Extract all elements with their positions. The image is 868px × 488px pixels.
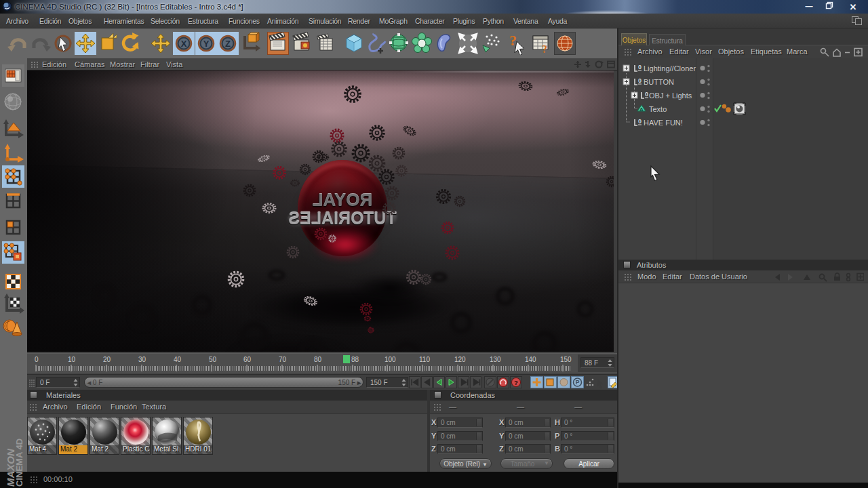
svg-text:?: ? — [542, 43, 547, 55]
svg-text:120: 120 — [454, 356, 466, 363]
svg-text:0: 0 — [638, 64, 642, 70]
svg-text:88: 88 — [351, 356, 359, 363]
svg-text:50: 50 — [209, 356, 217, 363]
svg-text:X: X — [181, 39, 187, 49]
svg-text:150: 150 — [560, 356, 572, 363]
svg-text:30: 30 — [138, 356, 146, 363]
svg-text:Z: Z — [225, 39, 231, 49]
svg-text:BUTTON: BUTTON — [644, 78, 674, 86]
svg-text:Lighting//Cloner: Lighting//Cloner — [644, 64, 696, 73]
svg-text:?: ? — [514, 379, 518, 386]
svg-text:40: 40 — [174, 356, 182, 363]
svg-text:0: 0 — [638, 118, 642, 125]
svg-text:A: A — [639, 106, 644, 113]
svg-text:20: 20 — [103, 356, 111, 363]
svg-text:100: 100 — [384, 356, 396, 363]
svg-text:70: 70 — [279, 356, 287, 363]
svg-text:Texto: Texto — [649, 105, 667, 113]
svg-text:10: 10 — [68, 356, 76, 363]
svg-text:OBJ + Lights: OBJ + Lights — [649, 92, 692, 100]
svg-text:110: 110 — [419, 356, 430, 363]
svg-text:140: 140 — [525, 356, 536, 363]
svg-text:130: 130 — [490, 356, 501, 363]
svg-text:P: P — [576, 379, 580, 386]
svg-text:0: 0 — [638, 77, 642, 84]
svg-text:60: 60 — [243, 356, 252, 363]
svg-text:HAVE FUN!: HAVE FUN! — [644, 119, 683, 127]
svg-text:80: 80 — [314, 356, 322, 363]
svg-text:0: 0 — [645, 91, 648, 98]
svg-text:0: 0 — [35, 356, 39, 363]
svg-text:Y: Y — [203, 39, 210, 49]
